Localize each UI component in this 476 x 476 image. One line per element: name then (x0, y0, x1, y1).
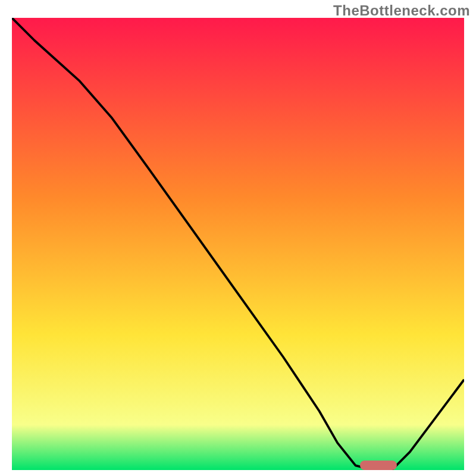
attribution-label: TheBottleneck.com (333, 2, 470, 19)
current-marker-icon (360, 461, 397, 470)
chart-area (12, 18, 464, 470)
bottleneck-curve (12, 18, 464, 470)
